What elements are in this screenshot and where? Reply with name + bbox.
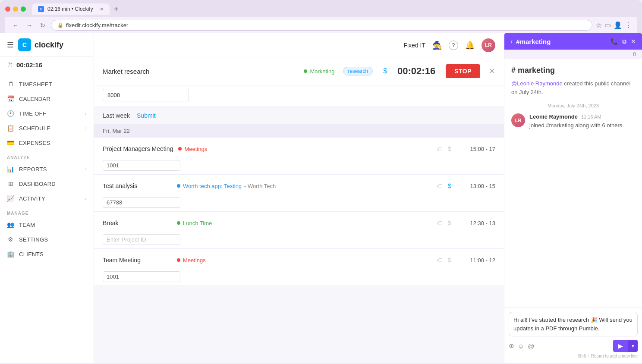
dollar-icon[interactable]: $ — [448, 257, 451, 264]
emoji-icon[interactable]: ☺ — [518, 342, 524, 350]
calendar-icon: 📅 — [7, 95, 15, 102]
sidebar-header: ☰ C clockify — [0, 33, 94, 57]
tag-icon[interactable]: 🏷 — [437, 182, 443, 189]
shift-hint: Shift + Return to add a new line — [509, 354, 638, 358]
traffic-light-green[interactable] — [21, 6, 26, 12]
tag-badge[interactable]: research — [343, 67, 373, 75]
sidebar-item-clients[interactable]: 🏢 CLIENTS — [0, 247, 94, 261]
sidebar-item-label: CALENDAR — [19, 96, 50, 102]
tab-close-button[interactable]: ✕ — [100, 6, 104, 12]
submit-link[interactable]: Submit — [137, 112, 156, 119]
forward-button[interactable]: → — [24, 21, 35, 30]
entry-title: Team Meeting — [103, 257, 172, 264]
entry-project-info: Meetings — [177, 257, 431, 264]
tag-icon[interactable]: 🏷 — [437, 145, 443, 152]
sidebar-item-expenses[interactable]: 💳 EXPENSES — [0, 135, 94, 150]
billable-icon[interactable]: $ — [383, 67, 387, 75]
logo-text: clockify — [35, 41, 63, 50]
entry-project-id-input[interactable] — [103, 160, 180, 171]
sidebar-item-activity[interactable]: 📈 ActiviTY › — [0, 191, 94, 206]
project-color-dot — [304, 69, 307, 73]
entry-project-dot — [177, 221, 180, 225]
entry-id-row — [94, 234, 504, 248]
browser-tab-active[interactable]: C 02:16 min • Clockify ✕ — [32, 3, 110, 15]
wizard-icon[interactable]: 🧙 — [432, 41, 442, 50]
tracker-area: Market research Marketing research $ 00:… — [94, 57, 504, 363]
entry-actions: 🏷 $ 15:00 - 17 — [437, 145, 495, 152]
sidebar: ☰ C clockify ⏱ 00:02:16 🗒 TIMESHEET 📅 CA… — [0, 33, 94, 363]
day-header: Fri, Mar 22 — [94, 124, 504, 138]
chat-counter: 0 — [504, 50, 642, 59]
entry-project-id-input[interactable] — [103, 234, 180, 245]
chat-header-icons: 📞 ⧉ ✕ — [611, 38, 636, 45]
user-avatar[interactable]: LR — [482, 38, 495, 52]
sidebar-item-team[interactable]: 👥 TEAM — [0, 217, 94, 232]
bookmark-icon[interactable]: ☆ — [596, 21, 602, 29]
profile-icon[interactable]: 👤 — [614, 21, 622, 29]
active-timer-entry: Market research Marketing research $ 00:… — [94, 57, 504, 85]
send-button[interactable]: ▶ — [613, 340, 628, 352]
main-wrapper: Fixed IT 🧙 ? 🔔 LR Market research Market… — [94, 33, 642, 363]
message-input-text[interactable]: Hi all! I've started the research 🎉 Will… — [513, 316, 633, 333]
sidebar-item-timesheet[interactable]: 🗒 TIMESHEET — [0, 77, 94, 91]
workspace-name: Fixed IT — [403, 42, 425, 49]
active-project-id-input[interactable] — [103, 89, 189, 101]
day-group: Fri, Mar 22 Project Managers Meeting Mee… — [94, 124, 504, 286]
dollar-icon[interactable]: $ — [448, 182, 451, 189]
hamburger-button[interactable]: ☰ — [7, 40, 14, 50]
sidebar-toggle-icon[interactable]: ▭ — [604, 21, 611, 29]
help-icon[interactable]: ? — [449, 41, 458, 50]
address-bar[interactable]: 🔒 fixedit.clockify.me/tracker — [51, 20, 592, 31]
close-chat-button[interactable]: ✕ — [631, 38, 636, 45]
chevron-right-icon: › — [85, 196, 87, 201]
add-attachment-icon[interactable]: ⊕ — [509, 342, 514, 350]
tag-icon[interactable]: 🏷 — [437, 220, 443, 226]
entry-project-info: Meetings — [178, 146, 431, 152]
entry-project-dot — [177, 258, 180, 262]
back-button[interactable]: ← — [10, 21, 21, 30]
external-link-icon[interactable]: ⧉ — [622, 38, 626, 45]
mention-icon[interactable]: @ — [528, 342, 534, 350]
entry-project-dot — [178, 147, 182, 151]
stop-button[interactable]: STOP — [446, 64, 480, 78]
traffic-light-red[interactable] — [5, 6, 10, 12]
sidebar-item-reports[interactable]: 📊 REPORTS › — [0, 162, 94, 176]
notification-icon[interactable]: 🔔 — [465, 41, 475, 50]
menu-icon[interactable]: ⋮ — [625, 21, 632, 29]
top-bar: Fixed IT 🧙 ? 🔔 LR — [94, 33, 504, 57]
reload-button[interactable]: ↻ — [38, 21, 47, 30]
message-input-area[interactable]: Hi all! I've started the research 🎉 Will… — [509, 312, 638, 336]
chevron-right-icon: › — [85, 111, 87, 116]
sidebar-item-calendar[interactable]: 📅 CALENDAR — [0, 91, 94, 106]
dollar-icon[interactable]: $ — [448, 145, 451, 152]
sidebar-item-timeoff[interactable]: 🕐 TIME OFF › — [0, 106, 94, 121]
entry-id-row — [94, 271, 504, 286]
date-label: Monday, July 24th, 2023 — [548, 103, 599, 108]
address-url: fixedit.clockify.me/tracker — [66, 22, 128, 28]
close-entry-button[interactable]: ✕ — [489, 66, 495, 76]
sidebar-item-schedule[interactable]: 📋 SCHEDULE › — [0, 121, 94, 135]
phone-icon[interactable]: 📞 — [611, 38, 618, 45]
entry-row: Test analysis Worth tech app: Testing - … — [94, 175, 504, 197]
entry-actions: 🏷 $ 11:00 - 12 — [437, 257, 495, 264]
creator-mention[interactable]: @Leonie Raymonde — [511, 80, 563, 87]
dollar-icon[interactable]: $ — [448, 220, 451, 226]
chat-panel: ‹ #marketing 📞 ⧉ ✕ 0 # marketing @Leonie… — [504, 33, 642, 363]
active-timer-display: 00:02:16 — [397, 66, 435, 77]
tag-icon[interactable]: 🏷 — [437, 257, 443, 264]
send-dropdown-button[interactable]: ▼ — [628, 340, 638, 352]
new-tab-button[interactable]: + — [111, 5, 121, 14]
timer-section[interactable]: ⏱ 00:02:16 — [0, 57, 94, 73]
entry-project-dot — [177, 184, 180, 188]
chat-back-button[interactable]: ‹ — [510, 38, 513, 45]
sidebar-item-settings[interactable]: ⚙ SETTINGS — [0, 232, 94, 247]
manage-section-label: MANAGE — [0, 206, 94, 217]
sidebar-item-dashboard[interactable]: ⊞ DASHBOARD — [0, 176, 94, 191]
entry-actions: 🏷 $ 13:00 - 15 — [437, 182, 495, 189]
clients-icon: 🏢 — [7, 251, 15, 257]
traffic-light-yellow[interactable] — [13, 6, 18, 12]
chat-body: # marketing @Leonie Raymonde created thi… — [504, 59, 642, 307]
entry-project-name: Meetings — [184, 146, 207, 152]
entry-project-id-input[interactable] — [103, 271, 180, 282]
entry-project-id-input[interactable] — [103, 197, 180, 208]
